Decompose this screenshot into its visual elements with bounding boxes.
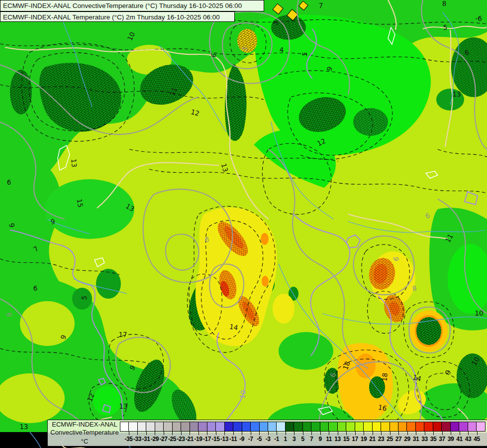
colorbar-cell bbox=[242, 422, 251, 431]
colorbar-tick bbox=[129, 432, 129, 435]
colorbar-tick bbox=[137, 432, 138, 435]
colorbar-tick bbox=[164, 432, 164, 435]
colorbar-cell bbox=[207, 422, 216, 431]
legend: ECMWF-INDEX-ANAL ConvectiveTemperature °… bbox=[47, 420, 487, 446]
colorbar-tick bbox=[460, 432, 460, 435]
contour-label: 8 bbox=[442, 0, 447, 7]
colorbar-tick bbox=[224, 432, 225, 435]
colorbar-cell bbox=[381, 422, 390, 431]
contour-label: 13 bbox=[70, 158, 78, 168]
colorbar-tick bbox=[373, 432, 373, 435]
colorbar-tick bbox=[198, 432, 199, 435]
contour-label: 13 bbox=[19, 423, 28, 431]
colorbar-tick bbox=[259, 432, 260, 435]
colorbar-cell bbox=[155, 422, 164, 431]
colorbar-cell bbox=[260, 422, 268, 431]
title-text-convective: ECMWF-INDEX-ANAL ConvectiveTemperature (… bbox=[3, 2, 242, 9]
colorbar-cell bbox=[190, 422, 198, 431]
colorbar-tick bbox=[242, 432, 242, 435]
weather-map-page: 1078-65613345965111212131513691379569176… bbox=[0, 0, 487, 448]
colorbar-cell bbox=[286, 422, 294, 431]
colorbar-tick bbox=[390, 432, 390, 435]
title-bar-convective: ECMWF-INDEX-ANAL ConvectiveTemperature (… bbox=[0, 0, 264, 11]
temperature-colorbar bbox=[120, 422, 486, 432]
contour-label: 5 bbox=[443, 23, 448, 31]
colorbar-cell bbox=[216, 422, 224, 431]
colorbar-tick bbox=[407, 432, 408, 435]
colorbar-cell bbox=[138, 422, 146, 431]
colorbar-cell bbox=[407, 422, 415, 431]
colorbar-cell bbox=[146, 422, 155, 431]
colorbar-value-label: 45 bbox=[470, 436, 485, 443]
contour-label: 16 bbox=[378, 403, 388, 413]
colorbar-tick bbox=[346, 432, 347, 435]
colorbar-cell bbox=[390, 422, 398, 431]
contour-label: 17 bbox=[118, 331, 127, 338]
colorbar-cell bbox=[477, 422, 485, 431]
contour-label: 13 bbox=[452, 90, 461, 98]
contour-label: 15 bbox=[76, 198, 85, 208]
contour-label: 18 bbox=[380, 372, 389, 382]
colorbar-tick bbox=[207, 432, 207, 435]
colorbar-cell bbox=[373, 422, 381, 431]
colorbar-cell bbox=[268, 422, 277, 431]
legend-parameter-label: ConvectiveTemperature bbox=[50, 429, 119, 436]
legend-model-label: ECMWF-INDEX-ANAL bbox=[50, 421, 119, 428]
legend-text-block: ECMWF-INDEX-ANAL ConvectiveTemperature °… bbox=[50, 421, 119, 445]
colorbar-cell bbox=[120, 422, 129, 431]
colorbar-cell bbox=[225, 422, 233, 431]
colorbar-tick bbox=[425, 432, 425, 435]
colorbar-cell bbox=[294, 422, 302, 431]
contour-label: 6 bbox=[7, 178, 11, 186]
colorbar-cell bbox=[173, 422, 181, 431]
contour-label: 6 bbox=[205, 235, 209, 243]
colorbar-tick bbox=[398, 432, 399, 435]
colorbar-cell bbox=[364, 422, 372, 431]
contour-label: 14 bbox=[229, 323, 239, 332]
colorbar-tick bbox=[190, 432, 190, 435]
contour-label: 6 bbox=[33, 284, 38, 292]
colorbar-cell bbox=[355, 422, 364, 431]
contour-label: -6 bbox=[475, 14, 482, 22]
colorbar-cell bbox=[198, 422, 207, 431]
contour-label: 4 bbox=[280, 46, 284, 54]
colorbar-tick bbox=[416, 432, 416, 435]
colorbar-tick bbox=[233, 432, 234, 435]
colorbar-tick bbox=[355, 432, 356, 435]
colorbar-tick bbox=[294, 432, 294, 435]
colorbar-cell bbox=[346, 422, 355, 431]
colorbar-cell bbox=[416, 422, 424, 431]
colorbar-tick bbox=[338, 432, 338, 435]
colorbar-cell bbox=[433, 422, 442, 431]
colorbar-cell bbox=[233, 422, 242, 431]
colorbar-cell bbox=[442, 422, 450, 431]
colorbar-cell bbox=[320, 422, 329, 431]
colorbar-tick bbox=[311, 432, 312, 435]
colorbar-cell bbox=[459, 422, 468, 431]
colorbar-tick bbox=[468, 432, 469, 435]
colorbar-cell bbox=[451, 422, 459, 431]
weather-map: 1078-65613345965111212131513691379569176… bbox=[0, 0, 487, 448]
colorbar-cell bbox=[398, 422, 407, 431]
contour-label: 10 bbox=[475, 309, 483, 317]
colorbar-tick bbox=[181, 432, 182, 435]
colorbar-tick bbox=[442, 432, 443, 435]
colorbar-tick bbox=[172, 432, 173, 435]
contour-label: 13 bbox=[119, 402, 127, 410]
colorbar-tick bbox=[329, 432, 329, 435]
colorbar-tick bbox=[268, 432, 269, 435]
colorbar-tick bbox=[433, 432, 434, 435]
contour-label: 7 bbox=[319, 1, 323, 9]
colorbar-cell bbox=[311, 422, 320, 431]
colorbar-tick bbox=[451, 432, 451, 435]
colorbar-tick bbox=[155, 432, 155, 435]
colorbar-cell bbox=[338, 422, 346, 431]
colorbar-tick bbox=[286, 432, 286, 435]
title-bar-temperature: ECMWF-INDEX-ANAL Temperature (°C) 2m Thu… bbox=[0, 11, 235, 22]
title-text-temperature: ECMWF-INDEX-ANAL Temperature (°C) 2m Thu… bbox=[3, 13, 220, 21]
colorbar-tick bbox=[146, 432, 147, 435]
colorbar-cell bbox=[251, 422, 259, 431]
legend-units-label: °C bbox=[50, 438, 119, 445]
colorbar-cell bbox=[303, 422, 311, 431]
colorbar-cell bbox=[468, 422, 477, 431]
